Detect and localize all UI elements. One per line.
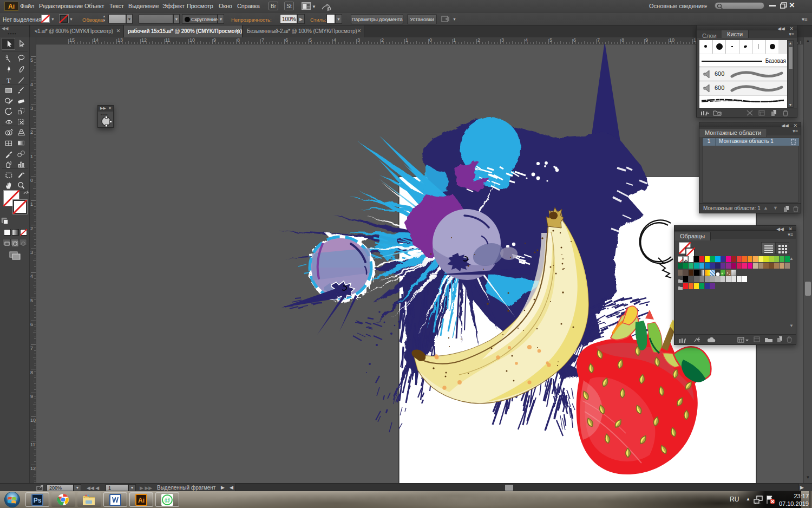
svg-text:@: @ bbox=[164, 497, 170, 503]
svg-text:T: T bbox=[6, 77, 11, 84]
